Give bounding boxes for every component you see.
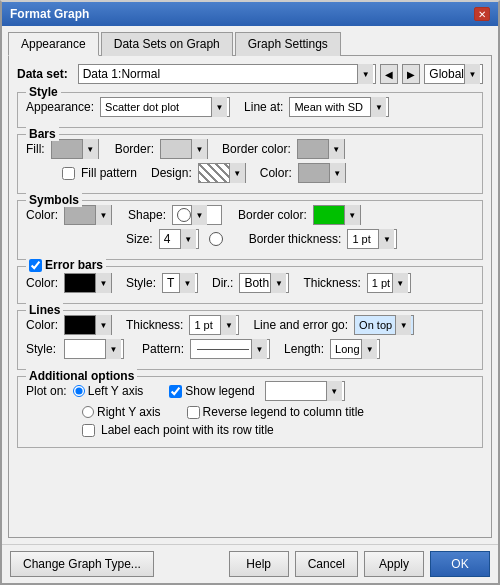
line-length-value: Long <box>335 343 361 355</box>
fill-color-arrow[interactable]: ▼ <box>82 139 98 159</box>
design-arrow[interactable]: ▼ <box>229 163 245 183</box>
err-thickness-arrow[interactable]: ▼ <box>392 273 408 293</box>
tab-content: Data set: Data 1:Normal ▼ ◀ ▶ Global ▼ S… <box>8 55 492 538</box>
right-y-radio-group: Right Y axis <box>82 405 161 419</box>
design-label: Design: <box>151 166 192 180</box>
content-area: Appearance Data Sets on Graph Graph Sett… <box>2 26 498 544</box>
data-set-arrow[interactable]: ▼ <box>357 64 373 84</box>
fill-color-swatch <box>52 140 82 158</box>
error-bars-row: Color: ▼ Style: T ▼ Dir.: Both ▼ <box>26 273 474 293</box>
additional-row2: Right Y axis Reverse legend to column ti… <box>82 405 474 419</box>
cancel-button[interactable]: Cancel <box>295 551 358 577</box>
size-label: Size: <box>126 232 153 246</box>
line-at-arrow[interactable]: ▼ <box>370 97 386 117</box>
tab-appearance[interactable]: Appearance <box>8 32 99 56</box>
line-pattern-combo[interactable]: ▼ <box>190 339 270 359</box>
size-combo[interactable]: 4 ▼ <box>159 229 199 249</box>
err-dir-combo[interactable]: Both ▼ <box>239 273 289 293</box>
fill-pattern-label: Fill pattern <box>81 166 137 180</box>
style-group-title: Style <box>26 85 61 99</box>
legend-combo[interactable]: ▼ <box>265 381 345 401</box>
err-color-arrow[interactable]: ▼ <box>95 273 111 293</box>
label-each-label: Label each point with its row title <box>101 423 274 437</box>
appearance-combo[interactable]: Scatter dot plot ▼ <box>100 97 230 117</box>
sym-border-color-arrow[interactable]: ▼ <box>344 205 360 225</box>
global-arrow[interactable]: ▼ <box>464 64 480 84</box>
change-graph-button[interactable]: Change Graph Type... <box>10 551 154 577</box>
bars-group: Bars Fill: ▼ Border: ▼ Border color: <box>17 134 483 194</box>
size-arrow[interactable]: ▼ <box>180 229 196 249</box>
line-pattern-arrow[interactable]: ▼ <box>251 339 267 359</box>
line-error-combo[interactable]: On top ▼ <box>354 315 414 335</box>
err-style-arrow[interactable]: ▼ <box>179 273 195 293</box>
sym-color-combo[interactable]: ▼ <box>64 205 112 225</box>
fill-label: Fill: <box>26 142 45 156</box>
sym-color-label: Color: <box>26 208 58 222</box>
line-length-combo[interactable]: Long ▼ <box>330 339 380 359</box>
line-thickness-arrow[interactable]: ▼ <box>220 315 236 335</box>
sym-color-arrow[interactable]: ▼ <box>95 205 111 225</box>
line-color-combo[interactable]: ▼ <box>64 315 112 335</box>
label-each-checkbox[interactable] <box>82 424 95 437</box>
line-length-label: Length: <box>284 342 324 356</box>
color-combo[interactable]: ▼ <box>298 163 346 183</box>
fill-color-combo[interactable]: ▼ <box>51 139 99 159</box>
line-at-combo[interactable]: Mean with SD ▼ <box>289 97 389 117</box>
line-thickness-label: Thickness: <box>126 318 183 332</box>
appearance-arrow[interactable]: ▼ <box>211 97 227 117</box>
sym-border-thickness-arrow[interactable]: ▼ <box>378 229 394 249</box>
sym-border-thickness-value: 1 pt <box>352 233 378 245</box>
appearance-label: Appearance: <box>26 100 94 114</box>
lines-group-title: Lines <box>26 303 63 317</box>
global-combo[interactable]: Global ▼ <box>424 64 483 84</box>
show-legend-checkbox[interactable] <box>169 385 182 398</box>
help-button[interactable]: Help <box>229 551 289 577</box>
data-set-combo[interactable]: Data 1:Normal ▼ <box>78 64 377 84</box>
error-bars-checkbox[interactable] <box>29 259 42 272</box>
design-combo[interactable]: ▼ <box>198 163 246 183</box>
fill-pattern-checkbox[interactable] <box>62 167 75 180</box>
line-thickness-value: 1 pt <box>194 319 220 331</box>
apply-button[interactable]: Apply <box>364 551 424 577</box>
prev-dataset-button[interactable]: ◀ <box>380 64 398 84</box>
err-color-combo[interactable]: ▼ <box>64 273 112 293</box>
line-style-combo[interactable]: ▼ <box>64 339 124 359</box>
tab-settings[interactable]: Graph Settings <box>235 32 341 56</box>
next-dataset-button[interactable]: ▶ <box>402 64 420 84</box>
line-error-label: Line and error go: <box>253 318 348 332</box>
ok-button[interactable]: OK <box>430 551 490 577</box>
additional-row3: Label each point with its row title <box>82 423 474 437</box>
left-y-radio[interactable] <box>73 385 85 397</box>
close-button[interactable]: ✕ <box>474 7 490 21</box>
line-thickness-combo[interactable]: 1 pt ▼ <box>189 315 239 335</box>
shape-arrow[interactable]: ▼ <box>191 205 207 225</box>
tab-bar: Appearance Data Sets on Graph Graph Sett… <box>8 32 492 56</box>
color-arrow[interactable]: ▼ <box>329 163 345 183</box>
sym-border-thickness-combo[interactable]: 1 pt ▼ <box>347 229 397 249</box>
shape-circle-icon <box>177 208 191 222</box>
border-color-arrow[interactable]: ▼ <box>328 139 344 159</box>
err-style-combo[interactable]: T ▼ <box>162 273 198 293</box>
tab-datasets[interactable]: Data Sets on Graph <box>101 32 233 56</box>
legend-combo-arrow[interactable]: ▼ <box>326 381 342 401</box>
symbols-row2: Size: 4 ▼ Border thickness: 1 pt ▼ <box>126 229 474 249</box>
appearance-value: Scatter dot plot <box>105 101 211 113</box>
shape-combo[interactable]: ▼ <box>172 205 222 225</box>
border-color-label: Border color: <box>222 142 291 156</box>
line-color-arrow[interactable]: ▼ <box>95 315 111 335</box>
sym-border-color-label: Border color: <box>238 208 307 222</box>
border-color-combo[interactable]: ▼ <box>297 139 345 159</box>
reverse-legend-checkbox[interactable] <box>187 406 200 419</box>
line-length-arrow[interactable]: ▼ <box>361 339 377 359</box>
err-dir-arrow[interactable]: ▼ <box>270 273 286 293</box>
border-combo[interactable]: ▼ <box>160 139 208 159</box>
line-error-arrow[interactable]: ▼ <box>395 315 411 335</box>
line-color-swatch <box>65 316 95 334</box>
right-y-radio[interactable] <box>82 406 94 418</box>
err-thickness-combo[interactable]: 1 pt ▼ <box>367 273 411 293</box>
sym-border-color-combo[interactable]: ▼ <box>313 205 361 225</box>
err-dir-label: Dir.: <box>212 276 233 290</box>
line-style-arrow[interactable]: ▼ <box>105 339 121 359</box>
border-arrow[interactable]: ▼ <box>191 139 207 159</box>
line-at-value: Mean with SD <box>294 101 370 113</box>
